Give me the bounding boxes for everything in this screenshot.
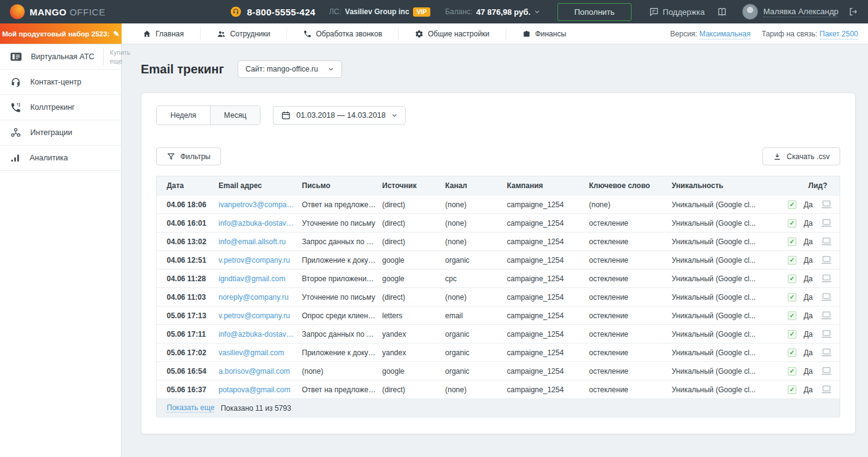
period-week-button[interactable]: Неделя <box>157 106 210 125</box>
logout-button[interactable] <box>848 7 858 17</box>
column-header: Уникальность <box>672 181 788 190</box>
filters-button[interactable]: Фильтры <box>156 147 221 165</box>
date-range-picker[interactable]: 01.03.2018 — 14.03.2018 <box>273 106 406 125</box>
cell-uniqueness: Уникальный (Google cl... <box>672 219 788 228</box>
cell-email-link[interactable]: igndtiav@gmail.com <box>219 274 302 283</box>
phone-icon <box>303 30 312 38</box>
product-set-banner[interactable]: Мой продуктовый набор 2523: ✎ <box>0 23 122 44</box>
nav-item-call-processing[interactable]: Обработка звонков <box>286 28 398 39</box>
laptop-icon[interactable] <box>820 366 832 376</box>
cell-email-link[interactable]: info@email.allsoft.ru <box>219 237 302 246</box>
cell-email-link[interactable]: v.petrov@company.ru <box>219 256 302 265</box>
sidebar-item-calltracking[interactable]: Коллтрекинг <box>0 95 121 120</box>
table-row[interactable]: 05.06 16:37 potapova@gmail.com Ответ на … <box>157 380 840 398</box>
lead-check-icon[interactable]: ✓ <box>788 330 796 339</box>
table-row[interactable]: 04.06 16:01 info@azbuka-dostavka.ru Уточ… <box>157 213 840 232</box>
laptop-icon[interactable] <box>820 218 832 228</box>
cell-lead: ✓ Да <box>788 274 840 283</box>
lead-check-icon[interactable]: ✓ <box>788 385 796 394</box>
cell-email-link[interactable]: ivanpetrov3@company.ru <box>219 200 302 209</box>
site-selector-value: Сайт: mango-office.ru <box>246 65 319 73</box>
user-menu[interactable]: Малявка Александр <box>742 4 838 20</box>
cell-source: yandex <box>382 330 445 339</box>
cell-channel: (none) <box>445 219 507 228</box>
cell-letter: Ответ на предложение <box>302 200 382 209</box>
cell-uniqueness: Уникальный (Google cl... <box>672 293 788 302</box>
tariff-link[interactable]: Пакет 2500 <box>820 30 858 39</box>
table-row[interactable]: 05.06 17:13 v.petrov@company.ru Опрос ср… <box>157 306 840 324</box>
laptop-icon[interactable] <box>820 385 832 394</box>
laptop-icon[interactable] <box>820 274 832 283</box>
cell-date: 05.06 16:37 <box>157 385 219 394</box>
lead-check-icon[interactable]: ✓ <box>788 293 796 302</box>
table-row[interactable]: 04.06 11:03 noreply@company.ru Уточнение… <box>157 287 840 306</box>
table-row[interactable]: 05.06 16:54 a.borisov@gmail.com (none) g… <box>157 361 840 380</box>
tariff-label: Тариф на связь: <box>762 30 818 38</box>
sidebar-item-virtual-pbx[interactable]: Виртуальная АТС Купить еще <box>0 44 121 70</box>
lead-check-icon[interactable]: ✓ <box>788 237 796 246</box>
support-link[interactable]: Поддержка <box>649 7 705 17</box>
lead-label: Да <box>804 200 813 209</box>
lead-check-icon[interactable]: ✓ <box>788 274 796 283</box>
laptop-icon[interactable] <box>820 292 832 302</box>
cell-channel: organic <box>445 330 507 339</box>
lead-check-icon[interactable]: ✓ <box>788 311 796 320</box>
sidebar-item-analytics[interactable]: Аналитика <box>0 146 121 171</box>
knowledge-base-button[interactable] <box>717 7 727 17</box>
cell-uniqueness: Уникальный (Google cl... <box>672 274 788 283</box>
laptop-icon[interactable] <box>820 311 832 320</box>
balance-dropdown[interactable]: Баланс: 47 876,98 руб. <box>445 7 540 17</box>
laptop-icon[interactable] <box>820 200 832 209</box>
sidebar-item-integrations[interactable]: Интеграции <box>0 120 121 146</box>
lead-check-icon[interactable]: ✓ <box>788 367 796 376</box>
sidebar-item-contact-center[interactable]: Контакт-центр <box>0 70 121 95</box>
table-row[interactable]: 04.06 18:06 ivanpetrov3@company.ru Ответ… <box>157 195 840 213</box>
balance-value: 47 876,98 руб. <box>476 7 530 17</box>
shown-count: Показано 11 из 5793 <box>220 404 291 413</box>
tariff-info: Тариф на связь: Пакет 2500 <box>762 30 858 38</box>
nav-item-employees[interactable]: Сотрудники <box>200 28 286 39</box>
nav-item-general-settings[interactable]: Общие настройки <box>398 28 506 39</box>
topup-button[interactable]: Пополнить <box>557 3 631 21</box>
cell-uniqueness: Уникальный (Google cl... <box>672 237 788 246</box>
nav-item-home[interactable]: Главная <box>143 28 200 39</box>
table-row[interactable]: 04.06 13:02 info@email.allsoft.ru Запрос… <box>157 232 840 250</box>
laptop-icon[interactable] <box>820 348 832 357</box>
laptop-icon[interactable] <box>820 255 832 265</box>
headset-icon <box>10 76 22 88</box>
cell-campaign: campaigne_1254 <box>507 367 589 376</box>
table-row[interactable]: 04.06 12:51 v.petrov@company.ru Приложен… <box>157 250 840 269</box>
table-row[interactable]: 05.06 17:02 vasiliev@gmail.com Приложени… <box>157 343 840 361</box>
period-month-button[interactable]: Месяц <box>210 106 260 125</box>
download-csv-button[interactable]: Скачать .csv <box>762 147 840 165</box>
column-header: Дата <box>157 181 219 190</box>
laptop-icon[interactable] <box>820 329 832 339</box>
laptop-icon[interactable] <box>820 237 832 246</box>
cell-email-link[interactable]: vasiliev@gmail.com <box>219 348 302 357</box>
lead-check-icon[interactable]: ✓ <box>788 256 796 265</box>
show-more-link[interactable]: Показать еще <box>167 403 214 413</box>
lead-check-icon[interactable]: ✓ <box>788 348 796 357</box>
buy-more-link[interactable]: Купить еще <box>103 48 130 65</box>
cell-letter: Ответ на предложение <box>302 385 382 394</box>
nav-item-finances[interactable]: Финансы <box>506 28 582 39</box>
edit-pencil-icon[interactable]: ✎ <box>114 30 120 38</box>
cell-email-link[interactable]: v.petrov@company.ru <box>219 311 302 320</box>
table-row[interactable]: 04.06 11:28 igndtiav@gmail.com Второе пр… <box>157 269 840 287</box>
lead-check-icon[interactable]: ✓ <box>788 200 796 209</box>
lead-check-icon[interactable]: ✓ <box>788 219 796 228</box>
cell-email-link[interactable]: noreply@company.ru <box>219 293 302 302</box>
cell-source: (direct) <box>382 200 445 209</box>
brand-logo[interactable]: MANGO OFFICE <box>10 4 106 19</box>
cell-email-link[interactable]: a.borisov@gmail.com <box>219 367 302 376</box>
cell-source: (direct) <box>382 219 445 228</box>
cell-lead: ✓ Да <box>788 348 840 357</box>
cell-source: (direct) <box>382 237 445 246</box>
version-link[interactable]: Максимальная <box>699 30 751 39</box>
cell-email-link[interactable]: potapova@gmail.com <box>219 385 302 394</box>
site-selector[interactable]: Сайт: mango-office.ru <box>238 60 343 78</box>
table-row[interactable]: 05.06 17:11 info@azbuka-dostavka.ru Запр… <box>157 324 840 343</box>
cell-email-link[interactable]: info@azbuka-dostavka.ru <box>219 330 302 339</box>
cell-keyword: остекление <box>589 274 672 283</box>
cell-email-link[interactable]: info@azbuka-dostavka.ru <box>219 219 302 228</box>
